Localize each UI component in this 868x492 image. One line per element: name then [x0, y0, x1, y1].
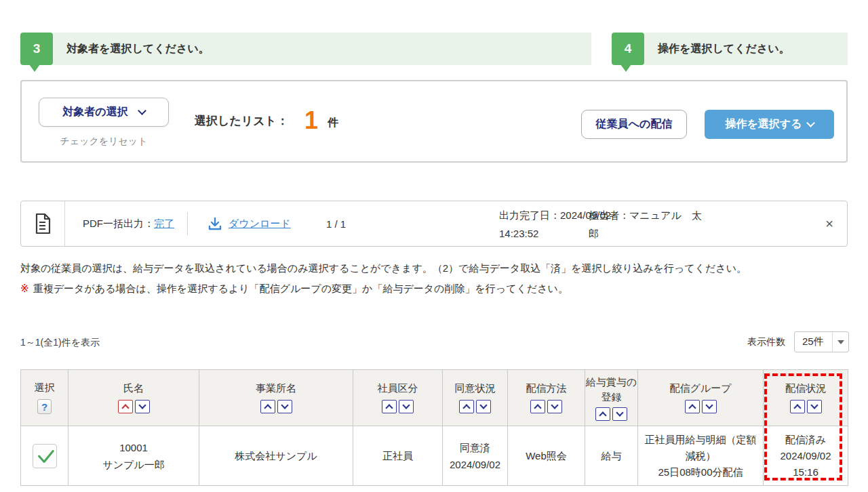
download-link[interactable]: ダウンロード	[229, 218, 291, 230]
dropdown-arrow-cell[interactable]	[832, 332, 848, 352]
selected-list: 選択したリスト： 1 件	[195, 102, 338, 140]
duplicate-warning: ※ 重複データがある場合は、操作を選択するより「配信グループの変更」か「給与デー…	[20, 283, 568, 295]
cell-delivery-status: 配信済み 2024/09/02 15:16	[764, 426, 848, 486]
delivery-date: 2024/09/02	[768, 448, 843, 464]
column-label-delivery-method: 配信方法	[526, 382, 567, 395]
cell-delivery-method: Web照会	[508, 426, 585, 486]
column-header-employee-type: 社員区分	[353, 370, 443, 426]
step-3-bar: 対象者を選択してください。	[53, 33, 591, 65]
close-button[interactable]: ×	[819, 201, 840, 246]
sort-desc-button[interactable]	[399, 400, 414, 413]
page-size-select[interactable]: 25件	[794, 331, 849, 352]
step-3-badge: 3	[20, 33, 53, 65]
sort-asc-button[interactable]	[685, 400, 700, 413]
step-4-badge: 4	[612, 33, 644, 65]
page-size-value: 25件	[795, 332, 832, 352]
sort-desc-button[interactable]	[135, 400, 150, 413]
employee-number: 10001	[73, 439, 194, 456]
sort-asc-button[interactable]	[118, 400, 133, 413]
step-4-number: 4	[625, 41, 632, 56]
column-header-office: 事業所名	[199, 370, 353, 426]
column-header-delivery-method: 配信方法	[508, 370, 585, 426]
step-3-header: 3 対象者を選択してください。	[20, 33, 591, 65]
table-header-row: 選択 ? 氏名	[21, 370, 848, 426]
row-checkbox[interactable]	[33, 444, 57, 468]
table-row: 10001 サンプル一郎 株式会社サンプル 正社員 同意済 2024/09/02…	[21, 426, 848, 486]
cell-payroll-type: 給与	[585, 426, 638, 486]
cell-delivery-group: 正社員用給与明細（定額減税） 25日08時00分配信	[638, 426, 764, 486]
asterisk-mark: ※	[20, 283, 29, 294]
employee-distribution-button-label: 従業員への配信	[596, 117, 673, 131]
employee-table: 選択 ? 氏名	[20, 369, 848, 486]
dropdown-arrow-icon	[837, 340, 844, 344]
result-range-text: 1～1(全1)件を表示	[20, 337, 100, 349]
column-label-office: 事業所名	[256, 382, 296, 395]
consent-status: 同意済	[448, 439, 502, 456]
page-indicator: 1 / 1	[326, 201, 346, 246]
chevron-down-icon	[806, 119, 815, 127]
cell-employee-type: 正社員	[353, 426, 443, 486]
column-header-name: 氏名	[68, 370, 199, 426]
pdf-status-link[interactable]: 完了	[154, 218, 174, 230]
sort-asc-button[interactable]	[382, 400, 397, 413]
vertical-divider	[187, 212, 188, 235]
reset-checks-link[interactable]: チェックをリセット	[39, 136, 169, 148]
step-4-header: 4 操作を選択してください。	[612, 33, 848, 65]
column-label-consent: 同意状況	[455, 382, 496, 395]
pdf-icon-cell	[21, 201, 65, 246]
selection-panel: 対象者の選択 チェックをリセット 選択したリスト： 1 件 従業員への配信 操作…	[20, 80, 848, 163]
select-operation-button[interactable]: 操作を選択する	[705, 110, 834, 139]
target-select-button-label: 対象者の選択	[62, 105, 127, 119]
pdf-output-status: PDF一括出力： 完了	[83, 201, 174, 246]
column-label-select: 選択	[35, 382, 55, 394]
employee-table-wrap: 選択 ? 氏名	[20, 369, 848, 486]
select-operation-button-label: 操作を選択する	[725, 117, 802, 131]
sort-asc-button[interactable]	[459, 400, 474, 413]
payslip-distribution-page: 3 対象者を選択してください。 4 操作を選択してください。 対象者の選択 チェ…	[0, 0, 868, 492]
consent-date: 2024/09/02	[448, 456, 502, 473]
sort-asc-button[interactable]	[790, 400, 805, 413]
column-header-delivery-status: 配信状況	[764, 370, 848, 426]
sort-asc-button[interactable]	[260, 400, 275, 413]
column-label-payroll-registration: 給与賞与の登録	[585, 375, 637, 405]
pdf-bar-content: PDF一括出力： 完了 ダウンロード 1 / 1 出力完了日：2024/09/0…	[65, 201, 847, 246]
cell-select	[21, 426, 68, 486]
step-4-label: 操作を選択してください。	[658, 42, 790, 56]
pdf-output-bar: PDF一括出力： 完了 ダウンロード 1 / 1 出力完了日：2024/09/0…	[20, 201, 848, 247]
column-header-select: 選択 ?	[21, 370, 68, 426]
staff-name: 担当者：マニュアル 太郎	[589, 206, 707, 243]
delivery-status: 配信済み	[768, 432, 843, 448]
sort-desc-button[interactable]	[807, 400, 822, 413]
download-group: ダウンロード	[208, 201, 291, 246]
sort-desc-button[interactable]	[476, 400, 491, 413]
check-icon	[35, 446, 55, 466]
cell-consent: 同意済 2024/09/02	[443, 426, 508, 486]
column-header-payroll-registration: 給与賞与の登録	[585, 370, 638, 426]
employee-distribution-button[interactable]: 従業員への配信	[581, 110, 687, 139]
selected-count: 1	[304, 106, 318, 135]
column-header-consent: 同意状況	[443, 370, 508, 426]
column-label-delivery-group: 配信グループ	[669, 382, 731, 395]
step-3-number: 3	[33, 41, 41, 56]
delivery-time: 15:16	[768, 464, 843, 480]
sort-desc-button[interactable]	[612, 407, 627, 421]
sort-asc-button[interactable]	[595, 407, 610, 421]
selected-list-label: 選択したリスト：	[195, 113, 288, 129]
target-select-button[interactable]: 対象者の選択	[39, 98, 169, 127]
sort-asc-button[interactable]	[530, 400, 545, 413]
column-label-name: 氏名	[123, 382, 144, 395]
sort-desc-button[interactable]	[547, 400, 562, 413]
step-4-bar: 操作を選択してください。	[644, 33, 848, 65]
step-3-label: 対象者を選択してください。	[66, 42, 210, 56]
page-size-label: 表示件数	[747, 336, 785, 348]
cell-name: 10001 サンプル一郎	[68, 426, 199, 486]
delivery-group-schedule: 25日08時00分配信	[643, 464, 758, 480]
sort-desc-button[interactable]	[702, 400, 717, 413]
help-button[interactable]: ?	[37, 399, 52, 414]
duplicate-warning-text: 重複データがある場合は、操作を選択するより「配信グループの変更」か「給与データの…	[33, 283, 568, 294]
column-header-delivery-group: 配信グループ	[638, 370, 764, 426]
employee-name: サンプル一郎	[73, 456, 194, 473]
sort-desc-button[interactable]	[277, 400, 292, 413]
page-size-control: 表示件数 25件	[747, 331, 849, 352]
chevron-down-icon	[138, 106, 146, 115]
